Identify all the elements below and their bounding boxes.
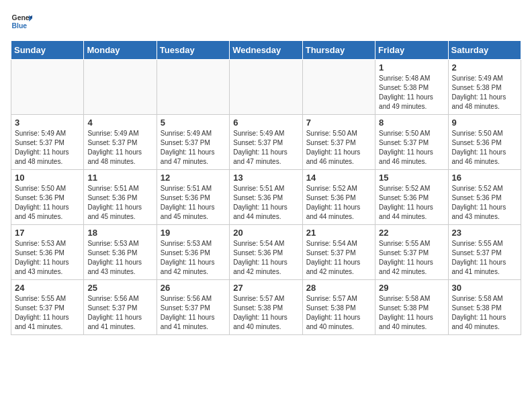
weekday-friday: Friday [375, 41, 448, 60]
calendar-cell [157, 60, 229, 115]
day-info: Sunrise: 5:48 AMSunset: 5:38 PMDaylight:… [379, 74, 444, 111]
calendar-cell: 28Sunrise: 5:57 AMSunset: 5:38 PMDayligh… [302, 280, 375, 335]
day-number: 19 [161, 228, 226, 238]
week-row-3: 10Sunrise: 5:50 AMSunset: 5:36 PMDayligh… [11, 170, 521, 225]
day-number: 20 [233, 228, 298, 238]
day-number: 27 [233, 283, 298, 293]
day-number: 4 [87, 118, 152, 128]
calendar-table: SundayMondayTuesdayWednesdayThursdayFrid… [11, 40, 521, 335]
week-row-4: 17Sunrise: 5:53 AMSunset: 5:36 PMDayligh… [11, 225, 521, 280]
week-row-2: 3Sunrise: 5:49 AMSunset: 5:37 PMDaylight… [11, 115, 521, 170]
day-info: Sunrise: 5:50 AMSunset: 5:37 PMDaylight:… [379, 129, 444, 167]
day-number: 26 [161, 283, 226, 293]
day-info: Sunrise: 5:49 AMSunset: 5:37 PMDaylight:… [161, 129, 226, 167]
calendar-cell: 23Sunrise: 5:55 AMSunset: 5:37 PMDayligh… [448, 225, 521, 280]
day-number: 17 [15, 228, 80, 238]
day-number: 5 [161, 118, 226, 128]
day-number: 12 [161, 173, 226, 183]
calendar-cell [84, 60, 157, 115]
day-info: Sunrise: 5:57 AMSunset: 5:38 PMDaylight:… [306, 294, 371, 332]
day-number: 1 [379, 62, 444, 73]
calendar-cell: 19Sunrise: 5:53 AMSunset: 5:36 PMDayligh… [157, 225, 229, 280]
calendar-cell: 9Sunrise: 5:50 AMSunset: 5:36 PMDaylight… [448, 115, 521, 170]
calendar-cell: 21Sunrise: 5:54 AMSunset: 5:37 PMDayligh… [302, 225, 375, 280]
day-info: Sunrise: 5:49 AMSunset: 5:37 PMDaylight:… [15, 129, 80, 167]
calendar-cell [11, 60, 84, 115]
day-info: Sunrise: 5:49 AMSunset: 5:38 PMDaylight:… [452, 74, 517, 111]
page-header: General Blue [11, 11, 521, 32]
logo: General Blue [11, 11, 32, 32]
day-number: 29 [379, 283, 444, 293]
day-info: Sunrise: 5:58 AMSunset: 5:38 PMDaylight:… [379, 294, 444, 332]
day-number: 21 [306, 228, 371, 238]
calendar-cell: 12Sunrise: 5:51 AMSunset: 5:36 PMDayligh… [157, 170, 229, 225]
day-number: 9 [452, 118, 517, 128]
day-info: Sunrise: 5:51 AMSunset: 5:36 PMDaylight:… [87, 184, 152, 222]
calendar-cell: 26Sunrise: 5:56 AMSunset: 5:37 PMDayligh… [157, 280, 229, 335]
calendar-cell: 5Sunrise: 5:49 AMSunset: 5:37 PMDaylight… [157, 115, 229, 170]
calendar-cell: 16Sunrise: 5:52 AMSunset: 5:36 PMDayligh… [448, 170, 521, 225]
day-info: Sunrise: 5:50 AMSunset: 5:36 PMDaylight:… [452, 129, 517, 167]
day-number: 11 [87, 173, 152, 183]
day-number: 25 [87, 283, 152, 293]
calendar-cell: 3Sunrise: 5:49 AMSunset: 5:37 PMDaylight… [11, 115, 84, 170]
calendar-cell: 18Sunrise: 5:53 AMSunset: 5:36 PMDayligh… [84, 225, 157, 280]
day-number: 24 [15, 283, 80, 293]
day-number: 7 [306, 118, 371, 128]
weekday-sunday: Sunday [11, 41, 84, 60]
day-info: Sunrise: 5:52 AMSunset: 5:36 PMDaylight:… [452, 184, 517, 222]
day-info: Sunrise: 5:49 AMSunset: 5:37 PMDaylight:… [87, 129, 152, 167]
calendar-cell [230, 60, 302, 115]
day-info: Sunrise: 5:53 AMSunset: 5:36 PMDaylight:… [161, 239, 226, 277]
calendar-cell: 1Sunrise: 5:48 AMSunset: 5:38 PMDaylight… [375, 60, 448, 115]
calendar-cell [302, 60, 375, 115]
day-number: 6 [233, 118, 298, 128]
day-number: 13 [233, 173, 298, 183]
day-info: Sunrise: 5:56 AMSunset: 5:37 PMDaylight:… [161, 294, 226, 332]
day-number: 23 [452, 228, 517, 238]
day-info: Sunrise: 5:55 AMSunset: 5:37 PMDaylight:… [452, 239, 517, 277]
weekday-saturday: Saturday [448, 41, 521, 60]
day-info: Sunrise: 5:56 AMSunset: 5:37 PMDaylight:… [87, 294, 152, 332]
day-number: 14 [306, 173, 371, 183]
day-number: 28 [306, 283, 371, 293]
weekday-tuesday: Tuesday [157, 41, 229, 60]
day-info: Sunrise: 5:54 AMSunset: 5:36 PMDaylight:… [233, 239, 298, 277]
day-info: Sunrise: 5:51 AMSunset: 5:36 PMDaylight:… [233, 184, 298, 222]
calendar-cell: 30Sunrise: 5:58 AMSunset: 5:38 PMDayligh… [448, 280, 521, 335]
calendar-cell: 24Sunrise: 5:55 AMSunset: 5:37 PMDayligh… [11, 280, 84, 335]
weekday-wednesday: Wednesday [230, 41, 302, 60]
svg-text:Blue: Blue [12, 22, 28, 30]
calendar-cell: 11Sunrise: 5:51 AMSunset: 5:36 PMDayligh… [84, 170, 157, 225]
weekday-header-row: SundayMondayTuesdayWednesdayThursdayFrid… [11, 41, 521, 60]
calendar-cell: 15Sunrise: 5:52 AMSunset: 5:36 PMDayligh… [375, 170, 448, 225]
calendar-cell: 14Sunrise: 5:52 AMSunset: 5:36 PMDayligh… [302, 170, 375, 225]
day-number: 15 [379, 173, 444, 183]
day-info: Sunrise: 5:55 AMSunset: 5:37 PMDaylight:… [379, 239, 444, 277]
calendar-cell: 27Sunrise: 5:57 AMSunset: 5:38 PMDayligh… [230, 280, 302, 335]
day-info: Sunrise: 5:51 AMSunset: 5:36 PMDaylight:… [161, 184, 226, 222]
weekday-monday: Monday [84, 41, 157, 60]
calendar-cell: 17Sunrise: 5:53 AMSunset: 5:36 PMDayligh… [11, 225, 84, 280]
day-info: Sunrise: 5:57 AMSunset: 5:38 PMDaylight:… [233, 294, 298, 332]
calendar-cell: 20Sunrise: 5:54 AMSunset: 5:36 PMDayligh… [230, 225, 302, 280]
day-info: Sunrise: 5:54 AMSunset: 5:37 PMDaylight:… [306, 239, 371, 277]
day-number: 18 [87, 228, 152, 238]
day-number: 8 [379, 118, 444, 128]
day-info: Sunrise: 5:53 AMSunset: 5:36 PMDaylight:… [87, 239, 152, 277]
week-row-1: 1Sunrise: 5:48 AMSunset: 5:38 PMDaylight… [11, 60, 521, 115]
calendar-cell: 22Sunrise: 5:55 AMSunset: 5:37 PMDayligh… [375, 225, 448, 280]
week-row-5: 24Sunrise: 5:55 AMSunset: 5:37 PMDayligh… [11, 280, 521, 335]
day-number: 3 [15, 118, 80, 128]
day-info: Sunrise: 5:53 AMSunset: 5:36 PMDaylight:… [15, 239, 80, 277]
calendar-cell: 4Sunrise: 5:49 AMSunset: 5:37 PMDaylight… [84, 115, 157, 170]
calendar-cell: 29Sunrise: 5:58 AMSunset: 5:38 PMDayligh… [375, 280, 448, 335]
calendar-cell: 25Sunrise: 5:56 AMSunset: 5:37 PMDayligh… [84, 280, 157, 335]
day-info: Sunrise: 5:58 AMSunset: 5:38 PMDaylight:… [452, 294, 517, 332]
day-info: Sunrise: 5:52 AMSunset: 5:36 PMDaylight:… [306, 184, 371, 222]
day-info: Sunrise: 5:50 AMSunset: 5:36 PMDaylight:… [15, 184, 80, 222]
day-number: 30 [452, 283, 517, 293]
day-info: Sunrise: 5:50 AMSunset: 5:37 PMDaylight:… [306, 129, 371, 167]
calendar-cell: 6Sunrise: 5:49 AMSunset: 5:37 PMDaylight… [230, 115, 302, 170]
calendar-cell: 13Sunrise: 5:51 AMSunset: 5:36 PMDayligh… [230, 170, 302, 225]
